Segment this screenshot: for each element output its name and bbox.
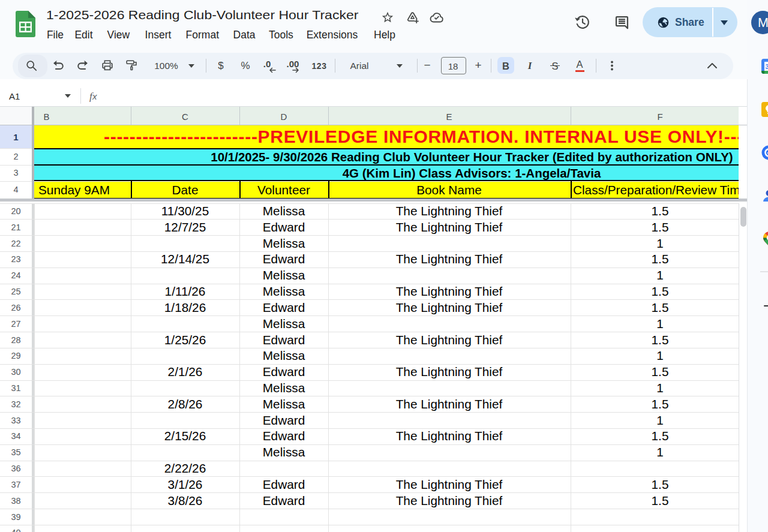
svg-text:31: 31 bbox=[765, 63, 768, 70]
